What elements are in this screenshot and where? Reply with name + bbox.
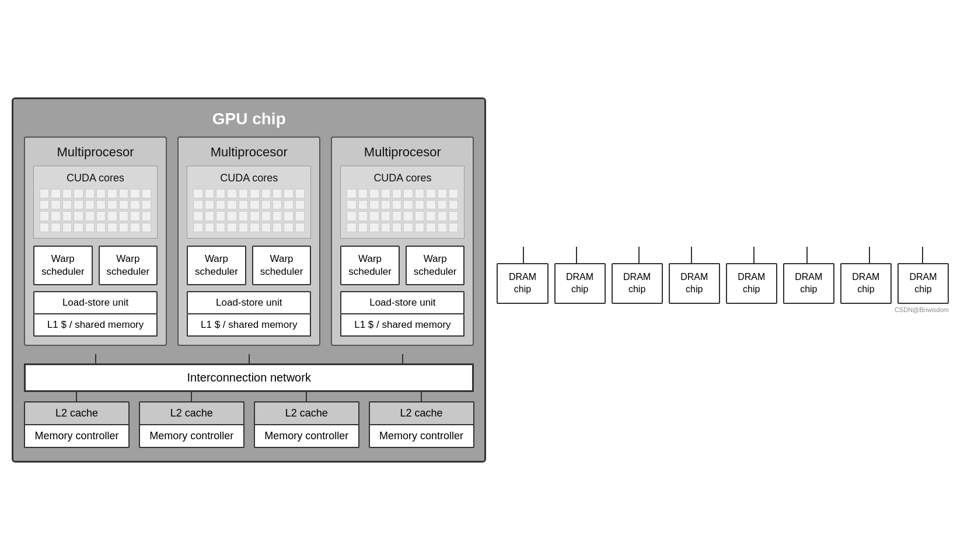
cuda-cell [369,200,379,209]
multiprocessors-row: Multiprocesor CUDA cores Warpscheduler W… [24,136,474,346]
dram-chip-2: DRAMchip [554,263,606,304]
watermark: CSDN@Briwisdom [497,306,949,313]
cuda-cell [426,211,435,220]
cuda-cell [392,211,401,220]
cuda-cell [415,223,424,232]
cuda-cell [392,200,401,209]
cuda-cell [142,211,151,220]
dram-vline [806,247,808,263]
cuda-cell [227,223,236,232]
cuda-cell [369,223,379,232]
dram-vline [638,247,640,263]
cuda-cell [216,189,225,198]
cuda-cell [295,223,305,232]
cuda-cell [205,189,214,198]
cuda-cell [142,200,151,209]
cuda-cell [358,211,368,220]
cuda-cell [347,223,356,232]
cuda-cell [426,223,435,232]
cuda-cell [130,211,139,220]
warp-scheduler-1a: Warpscheduler [33,246,93,285]
cuda-cell [415,211,424,220]
cuda-cell [284,223,293,232]
cuda-cell [438,211,447,220]
cuda-cell [130,223,139,232]
cuda-cell [403,211,413,220]
gpu-chip: GPU chip Multiprocesor CUDA cores Warpsc… [12,97,486,463]
memory-unit-4: L2 cache Memory controller [369,401,474,448]
cuda-cell [273,223,282,232]
dram-chips-row: DRAMchip DRAMchip DRAMchip DRAMchip DRAM… [497,263,949,304]
cuda-cell [358,223,368,232]
cuda-cell [415,200,424,209]
cuda-cell [205,211,214,220]
cuda-cell [295,211,305,220]
cuda-cell [369,211,379,220]
memory-row: L2 cache Memory controller L2 cache Memo… [24,401,474,448]
cuda-cell [216,200,225,209]
dram-line-connectors [497,247,949,263]
dram-outer-section: DRAMchip DRAMchip DRAMchip DRAMchip DRAM… [486,247,959,313]
cuda-cell [392,223,401,232]
dram-chip-5: DRAMchip [726,263,777,304]
memory-unit-3: L2 cache Memory controller [254,401,359,448]
cuda-cell [403,200,413,209]
dram-vline [523,247,524,263]
connector-line [191,392,192,401]
cuda-cell [40,189,49,198]
cuda-cell [107,223,117,232]
cuda-cell [449,223,458,232]
cuda-cell [227,211,236,220]
cuda-cell [40,223,49,232]
cuda-cell [74,223,83,232]
cuda-cell [51,189,60,198]
mp-to-interconnect-lines [24,354,474,363]
cuda-cell [295,200,305,209]
cuda-cell [119,189,128,198]
cuda-cell [107,211,117,220]
dram-vline [691,247,692,263]
warp-scheduler-3a: Warpscheduler [340,246,400,285]
cuda-grid-1 [40,189,151,233]
l2-cache-2: L2 cache [140,402,243,425]
cuda-cell [358,189,368,198]
cuda-grid-3 [347,189,458,233]
cuda-label-1: CUDA cores [40,172,151,184]
cuda-grid-2 [193,189,305,233]
cuda-cell [216,223,225,232]
cuda-cell [107,189,117,198]
cuda-cell [62,200,72,209]
cuda-cell [261,223,271,232]
cuda-cell [381,223,390,232]
cuda-cell [239,200,248,209]
multiprocessor-2: Multiprocesor CUDA cores Warpscheduler W… [177,136,320,346]
cuda-cell [403,223,413,232]
mp-3-title: Multiprocesor [340,145,464,160]
cuda-cell [284,189,293,198]
cuda-cell [74,211,83,220]
interconnect-to-mem-lines [24,392,474,401]
multiprocessor-1: Multiprocesor CUDA cores Warpscheduler W… [24,136,167,346]
cuda-cell [273,189,282,198]
cuda-cell [193,189,202,198]
cuda-cell [426,200,435,209]
cuda-cell [358,200,368,209]
cuda-cell [261,211,271,220]
cuda-cell [51,223,60,232]
dram-chip-4: DRAMchip [669,263,720,304]
load-store-3: Load-store unit [340,291,464,314]
cuda-cell [51,200,60,209]
cuda-cell [392,189,401,198]
cuda-section-1: CUDA cores [33,166,158,239]
cuda-cell [227,189,236,198]
mem-controller-2: Memory controller [140,425,243,447]
l1-cache-3: L1 $ / shared memory [340,314,464,337]
cuda-cell [381,200,390,209]
load-store-2: Load-store unit [187,291,311,314]
cuda-cell [449,189,458,198]
warp-row-3: Warpscheduler Warpscheduler [340,246,464,285]
cuda-cell [284,211,293,220]
dram-vline [576,247,577,263]
dram-chip-6: DRAMchip [783,263,834,304]
cuda-cell [62,223,72,232]
